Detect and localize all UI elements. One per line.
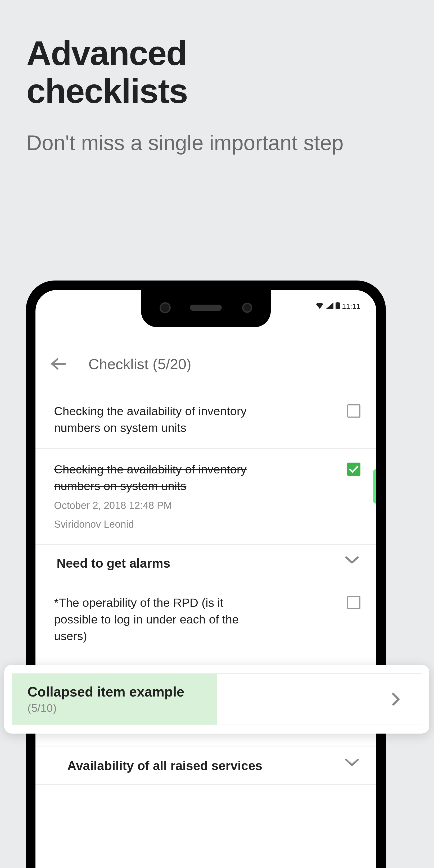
- wifi-icon: [315, 302, 324, 311]
- notch-camera-right: [242, 303, 252, 313]
- status-time: 11:11: [342, 302, 361, 311]
- section-title: Availability of all raised services: [67, 758, 334, 773]
- checkmark-icon: [349, 465, 359, 473]
- checkbox-unchecked[interactable]: [347, 596, 361, 609]
- promo-title-line1: Advanced: [27, 34, 187, 72]
- promo-heading: Advanced checklists: [27, 34, 188, 110]
- chevron-down-icon: [345, 555, 361, 571]
- page-title: Checklist (5/20): [88, 355, 191, 373]
- arrow-left-icon: [50, 358, 66, 370]
- item-text: Checking the availability of inventory n…: [54, 461, 255, 494]
- chevron-down-icon: [345, 758, 361, 774]
- notch-speaker: [190, 305, 222, 311]
- notch-camera-left: [160, 302, 171, 313]
- collapsed-item-title: Collapsed item example: [28, 684, 184, 700]
- section-title: Need to get alarms: [57, 556, 334, 570]
- item-text: *The operability of the RPD (is it possi…: [54, 594, 255, 644]
- checklist-item-completed[interactable]: Checking the availability of inventory n…: [35, 449, 376, 545]
- collapsed-item-count: (5/10): [28, 702, 184, 714]
- promo-subheading: Don't miss a single important step: [27, 130, 397, 156]
- svg-rect-0: [337, 302, 338, 303]
- checkbox-checked[interactable]: [347, 463, 361, 476]
- battery-icon: [336, 302, 340, 311]
- phone-screen: 11:11 Checklist (5/20) Checking the avai…: [35, 290, 376, 868]
- item-user: Sviridonov Leonid: [54, 517, 255, 532]
- collapsed-item-card: Collapsed item example (5/10): [4, 665, 429, 734]
- chevron-right-icon: [391, 692, 406, 707]
- scroll-indicator: [373, 469, 376, 504]
- section-header[interactable]: Need to get alarms: [35, 545, 376, 582]
- collapsed-item-row[interactable]: Collapsed item example (5/10): [12, 673, 422, 725]
- promo-title-line2: checklists: [27, 72, 188, 110]
- checklist-item[interactable]: *The operability of the RPD (is it possi…: [35, 582, 376, 656]
- item-text: Checking the availability of inventory n…: [54, 403, 255, 436]
- back-button[interactable]: [49, 354, 67, 373]
- svg-rect-1: [336, 303, 340, 309]
- section-header[interactable]: Availability of all raised services: [35, 747, 376, 785]
- signal-icon: [326, 302, 334, 311]
- phone-frame: 11:11 Checklist (5/20) Checking the avai…: [26, 280, 386, 868]
- checkbox-unchecked[interactable]: [347, 404, 361, 417]
- app-header: Checklist (5/20): [35, 343, 376, 385]
- phone-notch: [141, 290, 271, 327]
- checklist-item[interactable]: Checking the availability of inventory n…: [35, 391, 376, 449]
- status-bar: 11:11: [315, 302, 361, 311]
- item-date: October 2, 2018 12:48 PM: [54, 498, 255, 513]
- checklist-content[interactable]: Checking the availability of inventory n…: [35, 391, 376, 868]
